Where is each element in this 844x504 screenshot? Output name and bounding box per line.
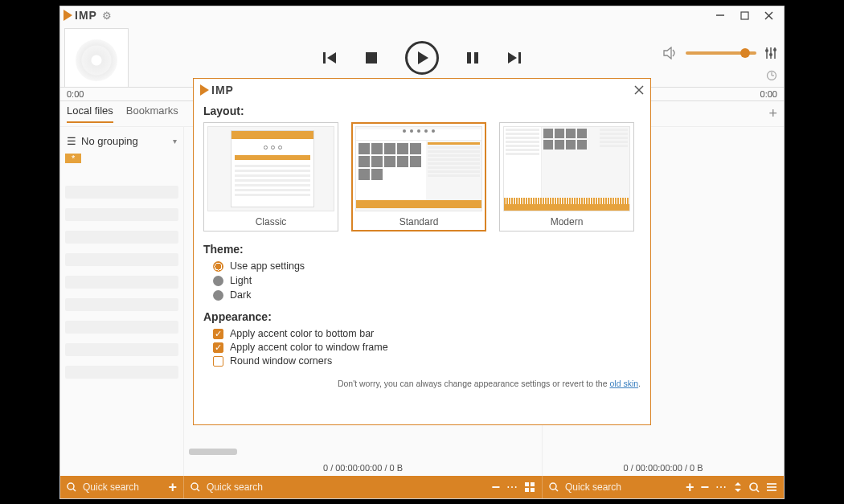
appearance-section-label: Appearance: [203,310,641,323]
minimize-button[interactable] [708,6,732,24]
volume-knob[interactable] [740,48,750,58]
add-tab-button[interactable]: + [768,105,777,122]
volume-area [663,47,777,59]
more-button[interactable]: ⋯ [506,481,518,494]
search-button[interactable] [749,482,760,493]
theme-option-app[interactable]: Use app settings [213,260,641,272]
close-icon [634,85,644,95]
search-icon [67,482,76,492]
placeholder-list [65,186,178,379]
list-item [65,231,178,244]
close-button[interactable] [756,6,780,24]
check-label-accent-frame: Apply accent color to window frame [230,342,388,353]
settings-gear-icon[interactable]: ⚙ [97,10,117,22]
maximize-button[interactable] [732,6,756,24]
middle-status: 0 / 00:00:00:00 / 0 B [184,463,542,473]
radio-icon [213,276,223,286]
theme-label-dark: Dark [230,289,251,301]
tab-local-files[interactable]: Local files [67,104,113,123]
list-item [65,276,178,289]
svg-point-16 [765,49,768,52]
check-label-accent-bottom: Apply accent color to bottom bar [230,328,374,339]
equalizer-icon [764,47,777,59]
layout-thumb-classic [207,126,334,211]
svg-rect-28 [531,482,535,486]
dialog-close-button[interactable] [634,85,644,95]
volume-slider[interactable] [686,51,756,55]
hint-prefix: Don't worry, you can always change appea… [338,379,610,388]
checkbox-icon: ✓ [213,342,223,353]
layout-section-label: Layout: [203,104,641,117]
svg-rect-6 [366,52,377,64]
quick-search-middle[interactable] [207,481,303,493]
layout-option-classic[interactable]: Classic [203,122,338,232]
more-button[interactable]: ⋯ [715,481,727,494]
svg-rect-29 [525,488,529,492]
menu-button[interactable] [766,482,777,492]
layout-thumb-standard [355,126,482,211]
check-accent-frame[interactable]: ✓ Apply accent color to window frame [213,342,641,353]
list-item [65,343,178,356]
check-label-round: Round window corners [230,355,332,367]
grouping-dropdown[interactable]: ☰ No grouping ▾ [65,132,178,150]
layout-option-standard[interactable]: Standard [351,122,486,232]
right-status: 0 / 00:00:00:00 / 0 B [543,463,784,473]
add-button[interactable]: + [686,479,694,496]
remove-button[interactable]: − [700,479,709,496]
equalizer-button[interactable] [764,47,777,59]
layout-label-standard: Standard [399,216,439,227]
layout-option-modern[interactable]: Modern [499,122,634,232]
logo-icon [64,10,72,21]
theme-label-light: Light [230,275,252,286]
svg-rect-8 [467,52,471,64]
svg-line-32 [555,489,558,491]
radio-icon [213,261,223,272]
list-item [65,366,178,379]
add-button[interactable]: + [168,479,177,496]
svg-rect-1 [741,12,748,19]
next-icon [506,51,521,64]
list-item [65,253,178,266]
svg-point-25 [191,483,198,490]
bottom-bar-left: + [60,476,184,498]
appearance-checks: ✓ Apply accent color to bottom bar ✓ App… [203,328,641,367]
remove-button[interactable]: − [491,479,500,496]
grouping-label: No grouping [81,135,138,147]
play-button[interactable] [405,41,439,75]
layout-options: Classic Standard [203,122,641,232]
next-button[interactable] [506,51,521,64]
quick-search-right[interactable] [565,481,637,493]
bottom-bar-middle: − ⋯ [184,476,543,498]
prev-button[interactable] [323,51,338,64]
pause-button[interactable] [466,51,479,64]
list-item [65,208,178,221]
svg-point-18 [773,48,776,51]
theme-option-dark[interactable]: Dark [213,289,641,301]
timer-icon[interactable] [766,69,777,80]
time-total: 0:00 [760,89,777,99]
svg-rect-30 [531,488,535,492]
search-icon [191,482,200,492]
check-accent-bottom[interactable]: ✓ Apply accent color to bottom bar [213,328,641,339]
theme-option-light[interactable]: Light [213,275,641,286]
pause-icon [466,51,479,64]
old-skin-link[interactable]: old skin [609,379,638,388]
minimize-icon [715,10,725,20]
svg-marker-12 [664,47,671,59]
stop-button[interactable] [365,51,378,64]
quick-search-left[interactable] [83,481,142,493]
check-round-corners[interactable]: Round window corners [213,355,641,367]
sort-button[interactable] [733,481,743,493]
volume-icon[interactable] [663,47,678,59]
svg-rect-27 [525,482,529,486]
hamburger-icon: ☰ [67,135,76,147]
radio-icon [213,290,223,301]
horizontal-scrollbar[interactable] [189,449,237,455]
layout-label-modern: Modern [551,216,584,227]
grid-view-button[interactable] [524,481,535,493]
dialog-app-name: IMP [211,84,234,96]
tab-bookmarks[interactable]: Bookmarks [126,104,178,123]
search-icon [549,482,559,492]
list-item [65,298,178,311]
star-tag[interactable]: * [65,154,81,163]
